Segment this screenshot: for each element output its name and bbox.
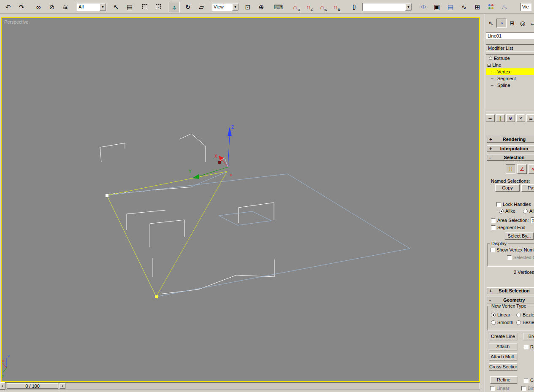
edit-named-selection-sets-icon[interactable]: {} [349,2,360,12]
select-by-name-icon[interactable]: ▤ [124,2,135,12]
attach-mult-button[interactable]: Attach Mult. [489,353,517,360]
tab-modify[interactable]: ◔ [496,19,507,28]
keyboard-override-toggle-icon[interactable]: ⌨ [273,2,284,12]
rollout-selection[interactable]: -Selection [487,154,534,161]
chevron-down-icon[interactable]: ▼ [100,3,106,11]
perspective-viewport[interactable]: Z Y X x z x y Perspective [1,17,480,382]
use-pivot-point-center-icon[interactable]: ⊡ [242,2,253,12]
light-bulb-icon[interactable] [489,57,492,60]
object-name-field[interactable]: Line01 [486,32,534,39]
stack-item-spline[interactable]: Spline [486,82,534,89]
attach-button[interactable]: Attach [489,343,517,350]
alike-radio[interactable]: Alike [499,208,515,214]
tab-motion[interactable]: ◎ [518,19,528,28]
layer-manager-icon[interactable]: ▤ [445,2,456,12]
linear-checkbox[interactable]: Linear [490,386,510,391]
mirror-icon[interactable]: ◁▷ [418,2,429,12]
remove-modifier-button[interactable]: × [516,114,525,122]
vertex-marker[interactable] [155,295,158,298]
cross-section-button[interactable]: Cross Section [489,363,517,370]
linear-radio[interactable]: Linear [491,312,510,317]
curve-editor-icon[interactable]: ∿ [458,2,469,12]
show-vertex-numbers-checkbox[interactable]: Show Vertex Numbers [490,247,534,252]
rollout-geometry[interactable]: -Geometry [487,297,534,303]
stack-item-extrude[interactable]: Extrude [486,55,534,62]
vertex-subobject-button[interactable]: ∷ [506,164,515,174]
stack-item-vertex[interactable]: Vertex [486,68,534,75]
make-unique-button[interactable]: ⊎ [506,114,515,122]
render-type-dropdown[interactable]: Vie [520,3,531,11]
lock-handles-checkbox[interactable]: Lock Handles [496,202,531,207]
tab-display[interactable]: ▭ [528,19,534,28]
select-by-button[interactable]: Select By... [505,232,534,240]
stack-item-line[interactable]: ⊟Line [486,62,534,68]
redo-icon[interactable]: ↷ [16,2,27,12]
paste-named-selection-button[interactable]: Paste [521,184,534,192]
modifier-stack-list[interactable]: Extrude⊟LineVertexSegmentSpline [486,54,534,111]
bind-first-checkbox[interactable]: Bind first [521,386,534,391]
rollout-interpolation[interactable]: +Interpolation [487,145,534,152]
render-scene-icon[interactable]: ♨ [499,2,510,12]
chevron-down-icon[interactable]: ▼ [232,3,239,11]
rollout-rendering[interactable]: +Rendering [487,136,534,143]
connect-checkbox[interactable]: Connect [524,378,534,383]
bind-to-space-warp-icon[interactable]: ≋ [60,2,71,12]
configure-modifier-sets-button[interactable]: ≣ [526,114,534,122]
time-next-button[interactable]: › [60,383,65,389]
unlink-selection-icon[interactable]: ⊘ [46,2,57,12]
reference-coordinate-system-dropdown[interactable]: View▼ [212,3,239,11]
rollout-soft-selection[interactable]: +Soft Selection [487,287,534,294]
modifier-list-dropdown[interactable]: Modifier List [486,44,534,51]
collapse-icon[interactable]: ⊟ [487,62,491,68]
named-selection-sets-dropdown[interactable]: ▼ [362,3,412,11]
rectangular-selection-region-icon[interactable] [139,2,150,12]
select-and-scale-icon[interactable]: ▱ [196,2,207,12]
select-and-link-icon[interactable]: ∞ [33,2,44,12]
selection-filter-dropdown[interactable]: All▼ [77,3,106,11]
pin-stack-button[interactable]: ⊸ [486,114,495,122]
vertex-marker[interactable] [106,194,108,197]
area-threshold-field[interactable]: 0.1 [531,217,534,223]
percent-snap-toggle-icon[interactable]: ∩% [317,2,328,12]
reorient-checkbox[interactable]: Reorient [524,344,534,349]
select-and-manipulate-icon[interactable]: ⊕ [256,2,267,12]
undo-icon[interactable]: ↶ [3,2,14,12]
bezier-corner-radio[interactable]: Bezier Corner [516,320,534,325]
spline-subobject-button[interactable]: ∿ [529,164,534,174]
stack-item-segment[interactable]: Segment [486,75,534,82]
rollout-toggle-icon: + [489,146,492,151]
tab-create[interactable]: ↖ [486,19,496,28]
select-and-move-icon[interactable]: ↔↕ [169,2,180,12]
align-icon[interactable]: ▣ [431,2,442,12]
time-prev-button[interactable]: ‹ [0,382,5,389]
spinner-snap-toggle-icon[interactable]: ∩⇅ [330,2,341,12]
select-object-icon[interactable]: ↖ [111,2,122,12]
break-button[interactable]: Break [523,333,534,340]
world-y-label: y [2,373,4,378]
show-end-result-button[interactable]: ∥ [496,114,505,122]
chevron-down-icon[interactable]: ▼ [405,3,412,11]
bezier-radio[interactable]: Bezier [516,312,534,317]
alike-label: Alike [505,208,515,214]
select-and-rotate-icon[interactable]: ↻ [182,2,193,12]
schematic-view-icon[interactable]: ⊞ [472,2,483,12]
refine-button[interactable]: Refine [490,376,517,384]
angle-snap-toggle-icon[interactable]: ∩∠ [303,2,314,12]
copy-named-selection-button[interactable]: Copy [495,184,520,192]
material-editor-icon[interactable] [485,2,496,12]
tab-hierarchy[interactable]: ⊞ [507,19,517,28]
smooth-radio[interactable]: Smooth [491,320,513,325]
segment-end-checkbox[interactable]: Segment End [491,225,526,230]
area-selection-checkbox[interactable]: Area Selection: 0.1 [491,217,534,223]
all-radio[interactable]: All [523,208,534,214]
time-slider-thumb[interactable]: 0 / 100 [7,383,58,389]
viewport-label[interactable]: Perspective [4,19,28,24]
selected-only-checkbox[interactable]: Selected Only [507,255,534,260]
time-slider-track[interactable]: 0 / 100 › [5,382,480,389]
segment-subobject-button[interactable]: ∠ [517,164,527,174]
move-gizmo[interactable]: Z Y X x [189,125,234,179]
window-crossing-toggle-icon[interactable]: ▪ [153,2,164,12]
track-bar[interactable] [0,389,480,392]
create-line-button[interactable]: Create Line [489,333,517,340]
snap-toggle-3d-icon[interactable]: ∩3 [290,2,301,12]
